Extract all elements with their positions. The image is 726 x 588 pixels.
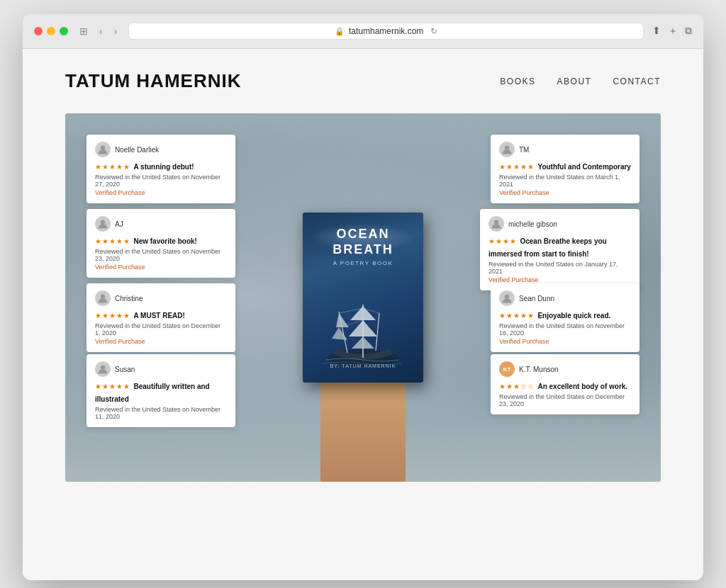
review-date-8: Reviewed in the United States on Decembe… — [499, 393, 631, 407]
browser-controls: ⊞ ‹ › — [77, 24, 120, 38]
site-header: TATUM HAMERNIK BOOKS ABOUT CONTACT — [23, 49, 703, 106]
review-verified-1: Verified Purchase — [95, 189, 227, 196]
nav-contact[interactable]: CONTACT — [613, 77, 661, 86]
site-nav: BOOKS ABOUT CONTACT — [500, 77, 661, 86]
reviewer-avatar-8: KT — [499, 361, 515, 377]
maximize-button[interactable] — [60, 27, 68, 35]
nav-books[interactable]: BOOKS — [500, 77, 535, 86]
url-text: tatumhamernik.com — [349, 26, 423, 36]
review-stars-8: ★★★☆☆ — [499, 383, 535, 390]
review-date-7: Reviewed in the United States on Novembe… — [499, 322, 631, 337]
book-subtitle: A POETRY BOOK — [333, 260, 393, 266]
review-title-7: Enjoyable quick read. — [537, 312, 610, 320]
svg-point-8 — [101, 220, 105, 224]
nav-about[interactable]: ABOUT — [557, 77, 592, 86]
lock-icon: 🔒 — [335, 27, 345, 36]
traffic-lights — [34, 27, 68, 35]
review-date-3: Reviewed in the United States on Decembe… — [95, 322, 227, 337]
reviewer-name-1: Noelle Darliek — [115, 146, 159, 154]
reviewer-name-6: michelle gibson — [508, 220, 557, 228]
review-date-4: Reviewed in the United States on Novembe… — [95, 406, 227, 420]
svg-line-3 — [376, 313, 379, 351]
svg-point-10 — [101, 365, 105, 369]
reviewer-name-5: TM — [519, 146, 529, 154]
review-title-5: Youthful and Contemporary — [537, 163, 630, 171]
review-stars-4: ★★★★★ — [95, 383, 130, 390]
review-header-3: Christine — [95, 290, 227, 306]
reviewer-avatar-3 — [95, 290, 111, 306]
review-verified-3: Verified Purchase — [95, 338, 227, 345]
reviewer-avatar-7 — [499, 290, 515, 306]
review-verified-6: Verified Purchase — [488, 276, 631, 283]
review-date-6: Reviewed in the United States on January… — [488, 261, 631, 275]
back-button[interactable]: ‹ — [96, 24, 106, 38]
review-card-2: AJ ★★★★★ New favorite book! Reviewed in … — [86, 209, 235, 278]
address-bar[interactable]: 🔒 tatumhamernik.com ↻ — [128, 23, 644, 40]
browser-window: ⊞ ‹ › 🔒 tatumhamernik.com ↻ ⬆ ＋ ⧉ TATUM … — [23, 14, 703, 580]
review-verified-5: Verified Purchase — [499, 189, 631, 196]
review-header-2: AJ — [95, 216, 227, 232]
review-header-8: KT K.T. Munson — [499, 361, 631, 377]
book-display: OCEAN BREATH A POETRY BOOK — [264, 142, 462, 482]
review-date-2: Reviewed in the United States on Novembe… — [95, 248, 227, 262]
hand-illustration — [320, 368, 406, 482]
review-header-4: Susan — [95, 361, 227, 377]
review-title-3: A MUST READ! — [133, 312, 184, 320]
website-content: TATUM HAMERNIK BOOKS ABOUT CONTACT OCEAN… — [23, 49, 703, 580]
review-stars-1: ★★★★★ A stunning debut! — [95, 159, 227, 172]
forward-button[interactable]: › — [111, 24, 121, 38]
review-verified-7: Verified Purchase — [499, 338, 631, 345]
tabs-icon[interactable]: ⧉ — [685, 25, 692, 38]
review-card-1: Noelle Darliek ★★★★★ A stunning debut! R… — [86, 135, 235, 203]
close-button[interactable] — [34, 27, 43, 35]
review-card-4: Susan ★★★★★ Beautifully written and illu… — [86, 354, 235, 427]
reviewer-name-3: Christine — [115, 295, 143, 303]
book-cover[interactable]: OCEAN BREATH A POETRY BOOK — [303, 213, 423, 383]
reviewer-name-8: K.T. Munson — [519, 366, 559, 373]
browser-actions: ⬆ ＋ ⧉ — [652, 25, 692, 38]
review-header-6: michelle gibson — [488, 216, 631, 232]
review-header-7: Sean Dunn — [499, 290, 631, 306]
new-tab-icon[interactable]: ＋ — [668, 25, 678, 38]
reviewer-avatar-6 — [488, 216, 504, 232]
review-card-3: Christine ★★★★★ A MUST READ! Reviewed in… — [86, 283, 235, 352]
reviewer-avatar-5 — [499, 142, 515, 157]
browser-chrome: ⊞ ‹ › 🔒 tatumhamernik.com ↻ ⬆ ＋ ⧉ — [23, 14, 703, 49]
review-stars-5: ★★★★★ — [499, 163, 535, 171]
minimize-button[interactable] — [47, 27, 55, 35]
review-card-7: Sean Dunn ★★★★★ Enjoyable quick read. Re… — [491, 283, 640, 352]
review-stars-3: ★★★★★ — [95, 312, 130, 320]
svg-point-13 — [505, 294, 509, 298]
review-card-8: KT K.T. Munson ★★★☆☆ An excellent body o… — [491, 354, 640, 414]
svg-point-12 — [494, 220, 498, 224]
reviewer-avatar-2 — [95, 216, 111, 232]
review-stars-2: ★★★★★ — [95, 237, 130, 245]
review-date-1: Reviewed in the United States on Novembe… — [95, 174, 227, 188]
book-title: OCEAN BREATH — [313, 227, 413, 257]
svg-point-7 — [101, 145, 105, 149]
reload-icon[interactable]: ↻ — [430, 26, 437, 36]
reviewer-avatar-4 — [95, 361, 111, 377]
review-verified-2: Verified Purchase — [95, 264, 227, 271]
hero-section: OCEAN BREATH A POETRY BOOK — [65, 113, 661, 482]
review-card-6: michelle gibson ★★★★ Ocean Breathe keeps… — [480, 209, 640, 290]
book-author: BY: TATUM HAMERNIK — [330, 359, 396, 368]
reviewer-avatar-1 — [95, 142, 111, 157]
review-date-5: Reviewed in the United States on March 1… — [499, 174, 631, 188]
svg-point-11 — [505, 145, 509, 149]
site-title: TATUM HAMERNIK — [65, 70, 241, 92]
review-card-5: TM ★★★★★ Youthful and Contemporary Revie… — [491, 135, 640, 203]
reviewer-name-2: AJ — [115, 220, 123, 228]
review-stars-7: ★★★★★ — [499, 312, 535, 320]
reviewer-name-7: Sean Dunn — [519, 295, 554, 303]
review-header-5: TM — [499, 142, 631, 157]
review-stars-6: ★★★★ — [488, 237, 517, 245]
reviewer-name-4: Susan — [115, 366, 135, 373]
review-title-2: New favorite book! — [133, 237, 196, 245]
svg-point-9 — [101, 294, 105, 298]
sidebar-toggle-icon[interactable]: ⊞ — [77, 24, 91, 38]
review-header-1: Noelle Darliek — [95, 142, 227, 157]
review-title-8: An excellent body of work. — [537, 383, 627, 390]
share-icon[interactable]: ⬆ — [652, 25, 661, 38]
